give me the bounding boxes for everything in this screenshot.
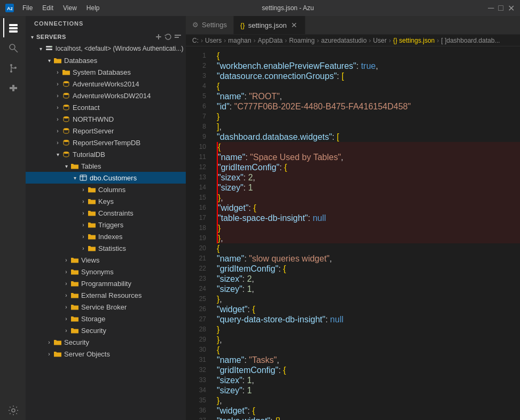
tab-settings[interactable]: ⚙ Settings	[186, 16, 234, 34]
line-number-17: 17	[186, 213, 212, 223]
line-number-36: 36	[186, 406, 212, 416]
breadcrumb-part-8[interactable]: [ ]dashboard.datab...	[441, 37, 500, 44]
tree-item-views[interactable]: Views	[26, 254, 186, 266]
line-number-24: 24	[186, 284, 212, 294]
breadcrumb-part-5[interactable]: azuredatastudio	[321, 37, 366, 44]
activity-extensions[interactable]	[3, 79, 22, 98]
tree-item-reportserver[interactable]: ReportServer	[26, 125, 186, 137]
breadcrumb-part-7[interactable]: {} settings.json	[393, 37, 435, 44]
tree-item-constraints[interactable]: Constraints	[26, 207, 186, 219]
code-line-14: "sizey": 1	[217, 183, 520, 193]
line-number-10: 10	[186, 142, 212, 152]
tree-item-adventureworks2014[interactable]: AdventureWorks2014	[26, 78, 186, 90]
code-line-34: "sizey": 1	[217, 385, 520, 395]
northwnd-label: NORTHWND	[73, 115, 114, 123]
security-tutorialdb-folder-icon	[70, 326, 79, 335]
line-number-1: 1	[186, 51, 212, 61]
tree-item-programmability[interactable]: Programmability	[26, 278, 186, 289]
server-icon	[45, 44, 53, 53]
code-line-31: "name": "Tasks",	[217, 355, 520, 365]
tree-item-econtact[interactable]: Econtact	[26, 101, 186, 113]
refresh-icon[interactable]	[164, 33, 172, 41]
security-tutorialdb-chevron	[62, 326, 70, 335]
reportserver-label: ReportServer	[73, 127, 114, 135]
window-controls: ─ □ ✕	[472, 3, 515, 13]
programmability-chevron	[62, 279, 70, 288]
server-objects-chevron	[45, 350, 53, 358]
system-db-icon	[62, 68, 70, 76]
columns-folder-icon	[88, 185, 96, 194]
activity-source-control[interactable]	[3, 59, 22, 78]
menu-help[interactable]: Help	[82, 3, 104, 13]
svg-point-8	[10, 70, 12, 73]
databases-label: Databases	[64, 57, 97, 65]
menu-edit[interactable]: Edit	[38, 3, 58, 13]
synonyms-chevron	[62, 267, 70, 276]
code-line-5: "name": "ROOT",	[217, 91, 520, 101]
tree-item-security-main[interactable]: Security	[26, 336, 186, 348]
breadcrumb-part-0[interactable]: C:	[192, 37, 199, 44]
tree-item-security-tutorialdb[interactable]: Security	[26, 324, 186, 336]
breadcrumb-part-6[interactable]: User	[373, 37, 387, 44]
menu-file[interactable]: File	[18, 3, 37, 13]
programmability-folder-icon	[70, 279, 79, 288]
statistics-label: Statistics	[98, 244, 126, 252]
svg-line-6	[14, 49, 18, 52]
add-connection-icon[interactable]	[155, 33, 162, 41]
svg-point-22	[64, 140, 69, 142]
service-broker-label: Service Broker	[81, 303, 127, 311]
tree-item-tutorialdb[interactable]: TutorialDB	[26, 148, 186, 160]
tree-item-columns[interactable]: Columns	[26, 184, 186, 195]
keys-label: Keys	[98, 197, 114, 205]
code-line-37: "tasks-widget": {}	[217, 416, 520, 420]
line-number-37: 37	[186, 416, 212, 420]
maximize-button[interactable]: □	[498, 3, 503, 13]
code-content[interactable]: { "workbench.enablePreviewFeatures": tru…	[212, 46, 520, 420]
title-bar: Az File Edit View Help settings.json - A…	[0, 0, 520, 16]
tree-item-indexes[interactable]: Indexes	[26, 231, 186, 242]
tree-item-system-db[interactable]: System Databases	[26, 66, 186, 78]
servers-section-header[interactable]: SERVERS	[26, 31, 186, 43]
tree-item-server-objects[interactable]: Server Objects	[26, 348, 186, 360]
tree-item-statistics[interactable]: Statistics	[26, 242, 186, 254]
tree-item-external-resources[interactable]: External Resources	[26, 289, 186, 301]
tree-item-reportservertempdb[interactable]: ReportServerTempDB	[26, 137, 186, 148]
tree-item-localhost[interactable]: localhost, <default> (Windows Authentica…	[26, 43, 186, 54]
reportservertempdb-label: ReportServerTempDB	[73, 139, 140, 147]
code-line-27: "query-data-store-db-insight": null	[217, 314, 520, 324]
tab-settings-json[interactable]: {} settings.json ✕	[234, 16, 305, 34]
breadcrumb-part-1[interactable]: Users	[205, 37, 222, 44]
breadcrumb-part-2[interactable]: maghan	[228, 37, 251, 44]
activity-settings[interactable]	[3, 401, 22, 420]
triggers-folder-icon	[88, 220, 96, 229]
tree-item-dbo-customers[interactable]: dbo.Customers	[26, 172, 186, 184]
line-number-12: 12	[186, 162, 212, 172]
activity-servers[interactable]	[3, 18, 22, 37]
menu-view[interactable]: View	[59, 3, 81, 13]
servers-label: SERVERS	[36, 34, 66, 40]
tree-item-adventureworksdw2014[interactable]: AdventureWorksDW2014	[26, 90, 186, 101]
sidebar: CONNECTIONS SERVERS loc	[26, 16, 186, 420]
code-line-11: "name": "Space Used by Tables",	[217, 152, 520, 162]
svg-text:Az: Az	[7, 6, 13, 11]
tree-item-databases[interactable]: Databases	[26, 54, 186, 66]
tree-item-triggers[interactable]: Triggers	[26, 219, 186, 231]
tree-item-service-broker[interactable]: Service Broker	[26, 301, 186, 313]
tree-item-northwnd[interactable]: NORTHWND	[26, 113, 186, 125]
close-button[interactable]: ✕	[508, 3, 515, 13]
line-number-30: 30	[186, 345, 212, 355]
storage-folder-icon	[70, 314, 79, 323]
activity-search[interactable]	[3, 38, 22, 58]
econtact-label: Econtact	[73, 104, 100, 112]
tree-item-keys[interactable]: Keys	[26, 195, 186, 207]
tree-item-tables[interactable]: Tables	[26, 160, 186, 172]
svg-point-11	[12, 409, 15, 412]
breadcrumb-part-4[interactable]: Roaming	[289, 37, 314, 44]
tree-item-storage[interactable]: Storage	[26, 313, 186, 324]
title-bar-left: Az File Edit View Help	[5, 3, 104, 13]
breadcrumb-part-3[interactable]: AppData	[258, 37, 283, 44]
minimize-button[interactable]: ─	[488, 3, 494, 13]
tree-item-synonyms[interactable]: Synonyms	[26, 266, 186, 278]
collapse-all-icon[interactable]	[174, 33, 182, 41]
settings-json-tab-close[interactable]: ✕	[290, 21, 298, 29]
